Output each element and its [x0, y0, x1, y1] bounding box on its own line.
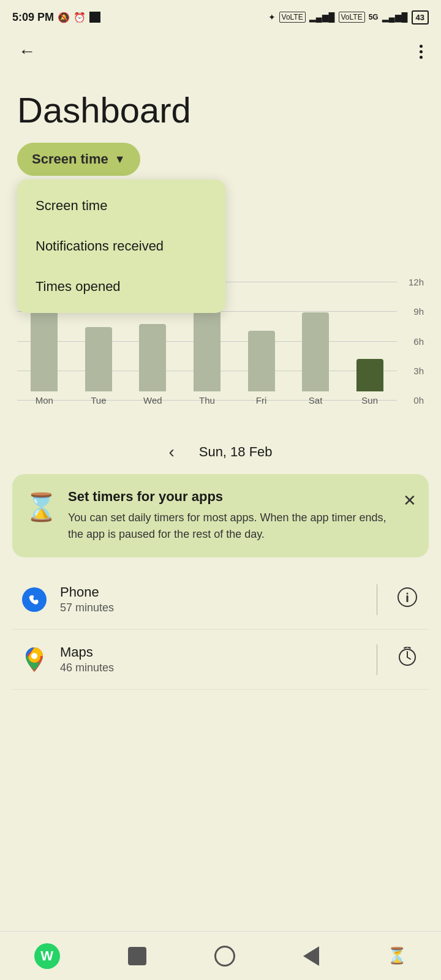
svg-rect-2: [407, 595, 409, 602]
dropdown-option-notifications[interactable]: Notifications received: [17, 226, 225, 266]
chart-bar-fri: [248, 331, 275, 391]
timer-banner-title: Set timers for your apps: [68, 489, 393, 505]
phone-app-icon: [18, 584, 50, 616]
maps-app-divider: [377, 644, 377, 675]
chart-bar-wed: [139, 324, 166, 391]
chart-bar-col-tue: Tue: [85, 327, 112, 405]
battery-indicator: 43: [412, 10, 429, 24]
app-list: Phone 57 minutes Maps 46 min: [0, 570, 441, 690]
bottom-nav-whatsapp[interactable]: W: [34, 943, 60, 969]
date-navigation: ‹ Sun, 18 Feb: [0, 430, 441, 474]
timer-banner-close[interactable]: ✕: [403, 491, 417, 510]
signal-bars-1: ▂▄▆█: [309, 12, 335, 22]
dropdown-option-times-opened[interactable]: Times opened: [17, 266, 225, 307]
volte-icon: VoLTE: [279, 12, 306, 23]
status-bar: 5:09 PM 🔕 ⏰ ✦ VoLTE ▂▄▆█ VoLTE 5G ▂▄▆█ 4…: [0, 0, 441, 32]
chart-bar-label-wed: Wed: [143, 395, 162, 405]
dot3: [420, 56, 423, 59]
grid-label-6h: 6h: [402, 336, 424, 347]
timer-banner: ⌛ Set timers for your apps You can set d…: [12, 474, 429, 557]
chart-bar-col-fri: Fri: [248, 331, 275, 405]
grid-label-9h: 9h: [402, 306, 424, 317]
dropdown-arrow-icon: ▼: [115, 153, 126, 166]
chart-bar-col-sat: Sat: [302, 312, 329, 405]
chart-bar-col-sun: Sun: [356, 359, 383, 405]
alarm-icon: ⏰: [74, 12, 86, 23]
chart-bar-sun: [356, 359, 383, 391]
whatsapp-icon: W: [34, 943, 60, 969]
grid-label-3h: 3h: [402, 366, 424, 376]
chart-bar-label-mon: Mon: [36, 395, 53, 405]
chart-bar-sat: [302, 312, 329, 391]
timer-hourglass-icon: ⌛: [24, 491, 58, 523]
dropdown-container: Screen time ▼ Screen time Notifications …: [0, 143, 441, 176]
chart-bar-label-sun: Sun: [361, 395, 378, 405]
dot2: [420, 50, 423, 53]
bottom-nav-square[interactable]: [128, 947, 146, 965]
maps-app-icon: [18, 644, 50, 676]
square-nav-icon: [128, 947, 146, 965]
phone-app-info: Phone 57 minutes: [60, 584, 362, 614]
phone-app-divider: [377, 584, 377, 615]
maps-app-name: Maps: [60, 644, 362, 660]
dropdown-menu: Screen time Notifications received Times…: [17, 179, 225, 313]
maps-timer-button[interactable]: [392, 642, 423, 677]
chart-bar-col-mon: Mon: [31, 306, 58, 405]
signal-bars-2: ▂▄▆█: [382, 12, 408, 22]
timer-banner-description: You can set daily timers for most apps. …: [68, 510, 393, 543]
chart-bar-mon: [31, 306, 58, 391]
timer-text: Set timers for your apps You can set dai…: [68, 489, 393, 543]
bottom-nav-home[interactable]: [214, 946, 235, 967]
status-left: 5:09 PM 🔕 ⏰: [12, 11, 100, 24]
maps-app-time: 46 minutes: [60, 662, 362, 674]
dot1: [420, 45, 423, 48]
back-triangle-icon: [303, 946, 319, 966]
back-button[interactable]: ←: [15, 38, 39, 65]
bottom-navigation: W ⏳: [0, 931, 441, 980]
grid-label-12h: 12h: [402, 277, 424, 287]
app-item-phone[interactable]: Phone 57 minutes: [12, 570, 429, 630]
date-label: Sun, 18 Feb: [199, 444, 273, 460]
more-options-button[interactable]: [416, 41, 426, 62]
chart-bar-label-fri: Fri: [256, 395, 267, 405]
app-item-maps[interactable]: Maps 46 minutes: [12, 630, 429, 690]
hourglass-nav-icon: ⏳: [387, 946, 407, 965]
home-circle-icon: [214, 946, 235, 967]
grid-label-0h: 0h: [402, 395, 424, 405]
svg-point-0: [22, 587, 47, 612]
date-prev-button[interactable]: ‹: [168, 442, 174, 462]
phone-info-button[interactable]: [392, 582, 423, 617]
svg-point-4: [31, 653, 37, 659]
chart-bar-label-thu: Thu: [199, 395, 215, 405]
status-right: ✦ VoLTE ▂▄▆█ VoLTE 5G ▂▄▆█ 43: [268, 10, 429, 24]
top-bar: ←: [0, 32, 441, 71]
chart-bar-tue: [85, 327, 112, 391]
5g-icon: 5G: [369, 13, 379, 21]
screen-time-dropdown[interactable]: Screen time ▼: [17, 143, 140, 176]
chart-bar-label-tue: Tue: [91, 395, 106, 405]
square-icon: [89, 12, 100, 23]
chart-bar-label-sat: Sat: [309, 395, 323, 405]
mute-icon: 🔕: [58, 12, 70, 23]
maps-app-info: Maps 46 minutes: [60, 644, 362, 674]
bottom-nav-back[interactable]: [303, 946, 319, 966]
bluetooth-icon: ✦: [268, 12, 276, 22]
volte-icon-2: VoLTE: [339, 12, 365, 23]
time-display: 5:09 PM: [12, 11, 54, 24]
phone-app-time: 57 minutes: [60, 601, 362, 614]
page-title: Dashboard: [0, 71, 441, 143]
phone-app-name: Phone: [60, 584, 362, 600]
bottom-nav-timer[interactable]: ⏳: [387, 946, 407, 965]
dropdown-label: Screen time: [32, 151, 108, 167]
chart-bar-col-wed: Wed: [139, 324, 166, 405]
dropdown-option-screen-time[interactable]: Screen time: [17, 186, 225, 226]
svg-point-3: [407, 593, 409, 595]
